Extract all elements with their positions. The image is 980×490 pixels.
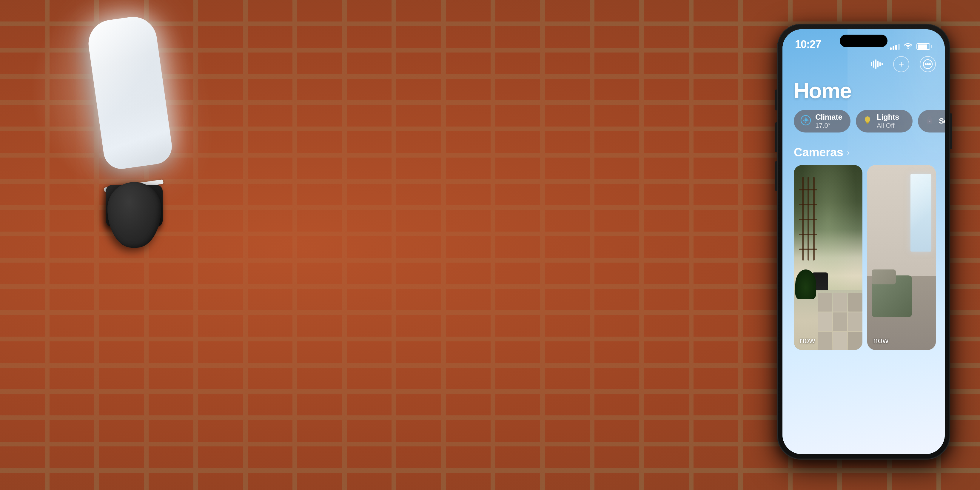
camera-floodlight <box>85 14 174 171</box>
svg-point-6 <box>865 116 870 123</box>
cameras-title: Cameras <box>794 146 843 159</box>
phone-volume-up-button[interactable] <box>775 123 777 152</box>
top-actions: + <box>871 56 936 72</box>
home-title: Home <box>794 78 851 103</box>
phone-volume-down-button[interactable] <box>775 161 777 191</box>
svg-point-2 <box>927 64 928 65</box>
paving-stones <box>818 293 862 350</box>
outdoor-plants <box>795 269 816 299</box>
phone-body: 10:27 <box>777 24 950 460</box>
cameras-header: Cameras › <box>794 146 936 159</box>
dynamic-island <box>840 35 888 47</box>
svg-point-1 <box>925 64 926 65</box>
phone-screen: 10:27 <box>783 29 945 454</box>
signal-icon <box>890 43 900 50</box>
security-icon <box>924 115 935 127</box>
phone-power-button[interactable] <box>950 113 952 149</box>
signal-bar-2 <box>892 46 894 50</box>
climate-text: Climate 17.0° <box>815 113 842 130</box>
signal-bar-4 <box>898 44 900 50</box>
add-button[interactable]: + <box>893 56 909 72</box>
indoor-bed <box>872 269 912 335</box>
svg-point-10 <box>929 121 931 122</box>
camera-light-glow <box>85 14 174 171</box>
camera-thumbnails: now <box>794 165 936 350</box>
phone: 10:27 <box>777 24 950 460</box>
indoor-camera-timestamp: now <box>873 336 888 345</box>
lights-pill[interactable]: Lights All Off <box>856 110 913 132</box>
signal-bar-3 <box>895 45 897 50</box>
cameras-chevron-icon: › <box>847 147 850 158</box>
security-pill[interactable]: Security <box>918 110 945 132</box>
svg-point-5 <box>805 119 807 121</box>
climate-sublabel: 17.0° <box>815 122 842 129</box>
climate-icon <box>800 115 811 128</box>
svg-rect-8 <box>867 123 869 124</box>
trellis-decoration <box>799 177 817 261</box>
outdoor-camera-feed[interactable]: now <box>794 165 862 350</box>
security-label: Security <box>939 116 945 126</box>
wifi-icon <box>904 42 912 51</box>
climate-label: Climate <box>815 113 842 122</box>
more-options-button[interactable] <box>920 56 936 72</box>
lights-icon <box>862 115 873 127</box>
climate-pill[interactable]: Climate 17.0° <box>794 110 851 132</box>
indoor-window <box>910 174 931 251</box>
voice-button[interactable] <box>871 59 883 69</box>
lights-text: Lights All Off <box>877 113 899 130</box>
battery-icon <box>916 43 932 50</box>
signal-bar-1 <box>890 48 892 50</box>
svg-rect-7 <box>866 122 869 123</box>
quick-access-pills: Climate 17.0° <box>794 110 945 132</box>
lights-sublabel: All Off <box>877 122 899 129</box>
phone-mute-button[interactable] <box>775 89 777 110</box>
status-time: 10:27 <box>795 38 821 51</box>
security-camera-device <box>57 9 206 278</box>
indoor-camera-feed[interactable]: now <box>867 165 936 350</box>
security-text: Security <box>939 116 945 126</box>
outdoor-camera-timestamp: now <box>800 336 815 345</box>
camera-mount <box>107 182 161 248</box>
cameras-section: Cameras › <box>794 146 936 350</box>
svg-point-3 <box>929 64 931 65</box>
scene: 10:27 <box>0 0 980 490</box>
lights-label: Lights <box>877 113 899 122</box>
status-icons <box>890 42 932 51</box>
